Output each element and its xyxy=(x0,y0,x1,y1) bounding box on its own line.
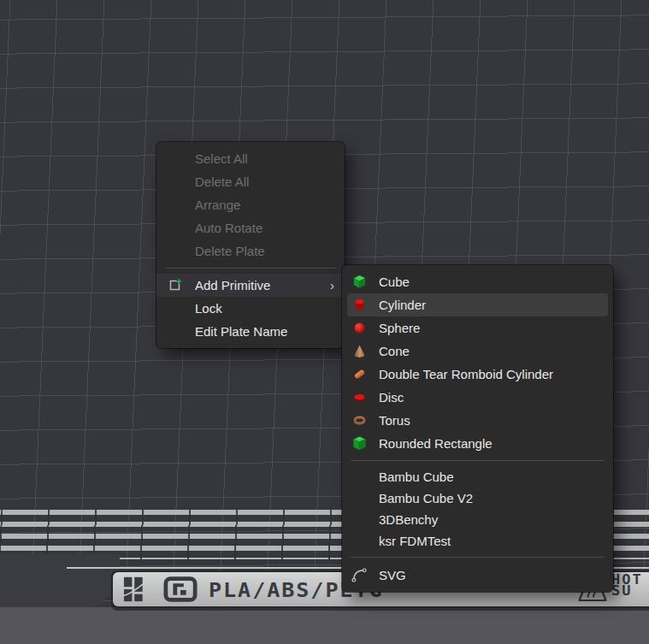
plate-context-menu: Select All Delete All Arrange Auto Rotat… xyxy=(156,142,345,348)
submenu-item-disc[interactable]: Disc xyxy=(347,386,608,409)
submenu-item-bambu-cube-v2[interactable]: Bambu Cube V2 xyxy=(347,487,608,509)
submenu-item-ksr-fdmtest[interactable]: ksr FDMTest xyxy=(347,530,608,552)
menu-item-auto-rotate: Auto Rotate xyxy=(156,216,345,239)
add-primitive-submenu: Cube Cylinder Sphere xyxy=(342,265,613,592)
add-primitive-icon xyxy=(167,278,182,293)
submenu-chevron-icon: › xyxy=(330,278,334,292)
cone-icon xyxy=(351,343,368,360)
submenu-item-3dbenchy[interactable]: 3DBenchy xyxy=(347,509,608,530)
disc-icon xyxy=(351,389,368,406)
submenu-item-cone[interactable]: Cone xyxy=(347,340,608,363)
bezier-curve-icon xyxy=(351,566,368,583)
double-tear-romboid-cylinder-icon xyxy=(351,366,368,383)
submenu-item-double-tear-romboid-cylinder[interactable]: Double Tear Romboid Cylinder xyxy=(347,363,608,386)
viewport-3d[interactable]: PLA/ABS/PETG HOT SU Select All Delete Al… xyxy=(0,0,649,644)
menu-item-delete-plate: Delete Plate xyxy=(156,239,345,263)
plate-corner-chamfer xyxy=(0,554,120,611)
submenu-separator xyxy=(351,557,605,558)
submenu-item-cube[interactable]: Cube xyxy=(347,270,608,293)
submenu-item-bambu-cube[interactable]: Bambu Cube xyxy=(347,466,608,487)
submenu-item-torus[interactable]: Torus xyxy=(347,409,608,432)
cylinder-icon xyxy=(351,297,368,314)
brand-mark-icon xyxy=(163,576,198,603)
submenu-item-cylinder[interactable]: Cylinder xyxy=(347,293,608,316)
menu-item-lock[interactable]: Lock xyxy=(156,297,345,320)
menu-item-select-all: Select All xyxy=(156,147,345,170)
submenu-separator xyxy=(351,460,605,461)
menu-item-delete-all: Delete All xyxy=(156,170,345,193)
menu-item-add-primitive[interactable]: Add Primitive › xyxy=(156,274,345,297)
torus-icon xyxy=(351,412,368,429)
plate-front-edge xyxy=(0,607,649,644)
plate-logo-icon xyxy=(123,576,152,602)
sphere-icon xyxy=(351,320,368,337)
menu-separator xyxy=(165,268,336,269)
submenu-item-svg[interactable]: SVG xyxy=(347,563,608,587)
submenu-item-sphere[interactable]: Sphere xyxy=(347,316,608,340)
hot-surface-label: HOT SU xyxy=(611,574,649,597)
rounded-rectangle-icon xyxy=(351,435,368,452)
cube-icon xyxy=(351,274,368,291)
submenu-item-rounded-rectangle[interactable]: Rounded Rectangle xyxy=(347,432,608,455)
menu-item-arrange: Arrange xyxy=(156,193,345,216)
menu-item-edit-plate-name[interactable]: Edit Plate Name xyxy=(156,320,345,343)
